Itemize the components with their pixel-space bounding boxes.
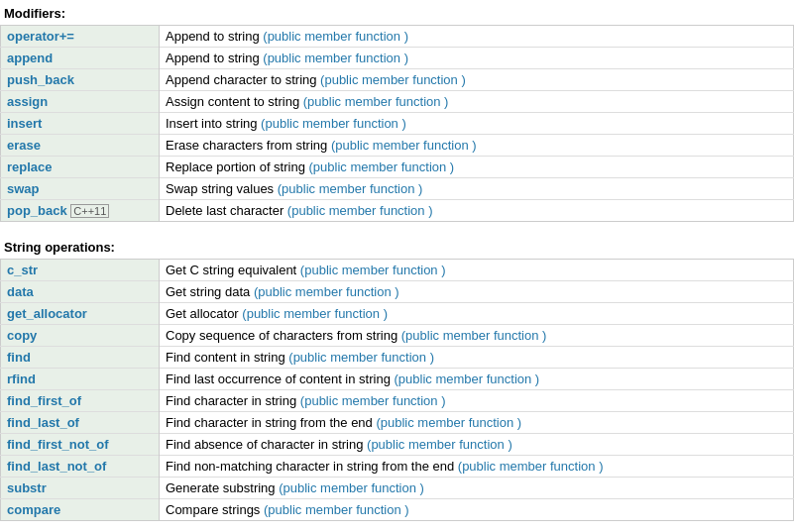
function-name-link[interactable]: assign (7, 94, 48, 109)
desc-link[interactable]: (public member function ) (320, 72, 466, 87)
function-name-link[interactable]: erase (7, 138, 41, 153)
desc-plain: Find character in string from the end (166, 415, 376, 430)
function-name[interactable]: get_allocator (1, 303, 160, 325)
function-name-link[interactable]: compare (7, 502, 60, 517)
function-description: Get C string equivalent (public member f… (160, 260, 794, 281)
function-name[interactable]: find_first_not_of (1, 434, 160, 456)
desc-plain: Swap string values (166, 181, 278, 196)
table-row: rfindFind last occurrence of content in … (1, 369, 794, 390)
desc-plain: Find non-matching character in string fr… (166, 459, 458, 474)
desc-link[interactable]: (public member function ) (263, 29, 408, 44)
function-name[interactable]: find (1, 347, 160, 369)
function-name[interactable]: insert (1, 113, 160, 135)
function-description: Insert into string (public member functi… (160, 113, 794, 135)
desc-link[interactable]: (public member function ) (376, 415, 521, 430)
desc-plain: Find character in string (166, 393, 300, 408)
desc-link[interactable]: (public member function ) (303, 94, 449, 109)
desc-link[interactable]: (public member function ) (278, 181, 423, 196)
function-name-link[interactable]: find_last_not_of (7, 459, 106, 474)
desc-link[interactable]: (public member function ) (242, 306, 388, 321)
table-modifiers: operator+=Append to string (public membe… (0, 25, 794, 222)
function-name-link[interactable]: get_allocator (7, 306, 87, 321)
function-name[interactable]: operator+= (1, 26, 160, 48)
table-row: appendAppend to string (public member fu… (1, 48, 794, 69)
function-name-link[interactable]: replace (7, 160, 53, 174)
desc-link[interactable]: (public member function ) (401, 328, 547, 343)
desc-link[interactable]: (public member function ) (395, 372, 540, 386)
desc-link[interactable]: (public member function ) (300, 263, 446, 277)
function-description: Compare strings (public member function … (160, 499, 794, 521)
function-name-link[interactable]: rfind (7, 372, 36, 386)
table-row: eraseErase characters from string (publi… (1, 135, 794, 157)
table-row: get_allocatorGet allocator (public membe… (1, 303, 794, 325)
desc-plain: Get C string equivalent (166, 263, 300, 277)
function-name[interactable]: replace (1, 157, 160, 178)
table-string-operations: c_strGet C string equivalent (public mem… (0, 259, 794, 521)
desc-plain: Delete last character (166, 203, 287, 218)
table-row: replaceReplace portion of string (public… (1, 157, 794, 178)
desc-link[interactable]: (public member function ) (288, 350, 434, 365)
table-row: findFind content in string (public membe… (1, 347, 794, 369)
function-name[interactable]: rfind (1, 369, 160, 390)
function-name-link[interactable]: push_back (7, 72, 74, 87)
function-name[interactable]: pop_back C++11 (1, 200, 160, 222)
desc-link[interactable]: (public member function ) (279, 480, 424, 495)
desc-link[interactable]: (public member function ) (264, 502, 409, 517)
desc-link[interactable]: (public member function ) (458, 459, 604, 474)
desc-link[interactable]: (public member function ) (263, 51, 408, 65)
desc-link[interactable]: (public member function ) (300, 393, 446, 408)
function-name-link[interactable]: find (7, 350, 31, 365)
desc-link[interactable]: (public member function ) (367, 437, 512, 452)
function-description: Find non-matching character in string fr… (160, 456, 794, 478)
function-name[interactable]: append (1, 48, 160, 69)
function-name[interactable]: compare (1, 499, 160, 521)
function-description: Find character in string from the end (p… (160, 412, 794, 434)
table-row: insertInsert into string (public member … (1, 113, 794, 135)
desc-link[interactable]: (public member function ) (309, 160, 455, 174)
function-description: Find absence of character in string (pub… (160, 434, 794, 456)
section-header-string-operations: String operations: (0, 234, 794, 259)
function-description: Append to string (public member function… (160, 26, 794, 48)
desc-plain: Erase characters from string (166, 138, 331, 153)
function-name[interactable]: erase (1, 135, 160, 157)
function-name-link[interactable]: copy (7, 328, 37, 343)
function-name-link[interactable]: pop_back (7, 203, 67, 218)
function-name[interactable]: assign (1, 91, 160, 113)
function-name-link[interactable]: insert (7, 116, 42, 131)
desc-plain: Find last occurrence of content in strin… (166, 372, 395, 386)
desc-plain: Find content in string (166, 350, 288, 365)
desc-link[interactable]: (public member function ) (254, 284, 399, 299)
function-name[interactable]: find_last_of (1, 412, 160, 434)
function-description: Generate substring (public member functi… (160, 478, 794, 499)
function-description: Assign content to string (public member … (160, 91, 794, 113)
function-description: Swap string values (public member functi… (160, 178, 794, 200)
function-name[interactable]: data (1, 281, 160, 303)
function-name-link[interactable]: c_str (7, 263, 38, 277)
function-name[interactable]: swap (1, 178, 160, 200)
function-name[interactable]: push_back (1, 69, 160, 91)
function-name[interactable]: substr (1, 478, 160, 499)
desc-plain: Insert into string (166, 116, 261, 131)
desc-link[interactable]: (public member function ) (287, 203, 433, 218)
function-name[interactable]: c_str (1, 260, 160, 281)
function-name[interactable]: find_last_not_of (1, 456, 160, 478)
table-row: pop_back C++11Delete last character (pub… (1, 200, 794, 222)
table-row: substrGenerate substring (public member … (1, 478, 794, 499)
function-name-link[interactable]: find_last_of (7, 415, 79, 430)
table-row: copyCopy sequence of characters from str… (1, 325, 794, 347)
table-row: compareCompare strings (public member fu… (1, 499, 794, 521)
function-name[interactable]: copy (1, 325, 160, 347)
function-description: Append to string (public member function… (160, 48, 794, 69)
function-name-link[interactable]: substr (7, 480, 47, 495)
function-name-link[interactable]: append (7, 51, 53, 65)
function-name-link[interactable]: swap (7, 181, 40, 196)
function-name-link[interactable]: operator+= (7, 29, 74, 44)
table-row: c_strGet C string equivalent (public mem… (1, 260, 794, 281)
function-name[interactable]: find_first_of (1, 390, 160, 412)
function-name-link[interactable]: data (7, 284, 34, 299)
function-name-link[interactable]: find_first_of (7, 393, 81, 408)
desc-link[interactable]: (public member function ) (331, 138, 477, 153)
function-description: Find last occurrence of content in strin… (160, 369, 794, 390)
desc-link[interactable]: (public member function ) (261, 116, 406, 131)
function-name-link[interactable]: find_first_not_of (7, 437, 109, 452)
